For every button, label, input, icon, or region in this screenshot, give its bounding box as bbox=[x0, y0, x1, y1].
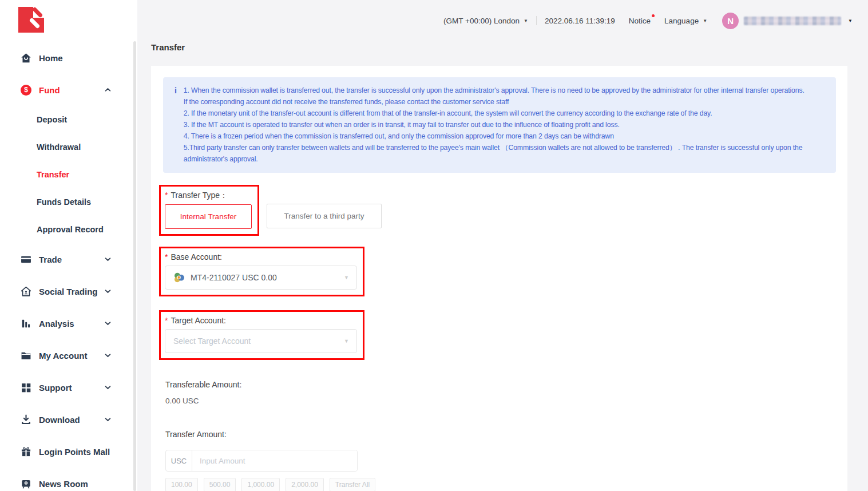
sidebar-item-download[interactable]: Download bbox=[0, 403, 137, 435]
transfer-amount-input-group: USC bbox=[165, 450, 358, 472]
sidebar-item-label: Download bbox=[39, 415, 80, 425]
sidebar-item-label: Transfer bbox=[37, 170, 69, 179]
topbar: (GMT +00:00) London ▼ 2022.06.16 11:39:1… bbox=[137, 0, 868, 41]
support-icon bbox=[21, 382, 31, 393]
download-icon bbox=[21, 414, 31, 425]
sidebar-item-label: My Account bbox=[39, 351, 87, 361]
brand-logo[interactable] bbox=[18, 7, 44, 33]
transfer-type-label: *Transfer Type： bbox=[165, 191, 252, 201]
transfer-all-button[interactable]: Transfer All bbox=[330, 478, 375, 491]
mt4-logo-icon bbox=[173, 272, 185, 283]
sidebar-item-label: Trade bbox=[39, 255, 62, 264]
info-notice-box: i 1. When the commission wallet is trans… bbox=[163, 77, 836, 173]
base-account-label: *Base Account: bbox=[165, 252, 357, 262]
caret-down-icon: ▼ bbox=[344, 338, 349, 344]
news-room-icon bbox=[21, 478, 31, 489]
sidebar-item-label: Approval Record bbox=[37, 225, 104, 234]
currency-prefix: USC bbox=[166, 450, 192, 471]
quick-amount-button[interactable]: 2,000.00 bbox=[286, 478, 324, 491]
transferable-amount-label: Transferable Amount: bbox=[165, 380, 847, 389]
user-menu[interactable]: N ▼ bbox=[722, 13, 853, 29]
annotation-highlight-base-account: *Base Account: MT4-2110027 USC 0.00 ▼ bbox=[159, 247, 364, 296]
social-trading-icon bbox=[21, 286, 31, 297]
third-party-transfer-button[interactable]: Transfer to a third party bbox=[267, 204, 382, 228]
sidebar-item-trade[interactable]: Trade bbox=[0, 243, 137, 275]
my-account-icon bbox=[21, 350, 31, 361]
topbar-divider bbox=[536, 16, 537, 25]
timezone-selector[interactable]: (GMT +00:00) London ▼ bbox=[443, 17, 528, 25]
chevron-down-icon bbox=[105, 417, 111, 422]
internal-transfer-button[interactable]: Internal Transfer bbox=[165, 204, 252, 229]
analysis-icon bbox=[21, 318, 31, 329]
sidebar-item-social-trading[interactable]: Social Trading bbox=[0, 275, 137, 307]
sidebar-scrollbar[interactable] bbox=[133, 41, 136, 491]
transferable-amount-value: 0.00 USC bbox=[165, 397, 847, 405]
required-marker: * bbox=[165, 316, 168, 325]
sidebar-item-fund[interactable]: $ Fund bbox=[0, 74, 137, 106]
notification-dot bbox=[652, 14, 655, 17]
sidebar-item-deposit[interactable]: Deposit bbox=[0, 106, 137, 133]
caret-down-icon: ▼ bbox=[344, 275, 349, 280]
transfer-card: i 1. When the commission wallet is trans… bbox=[151, 66, 847, 491]
sidebar-item-analysis[interactable]: Analysis bbox=[0, 307, 137, 339]
notice-line: 4. There is a frozen period when the com… bbox=[184, 130, 826, 142]
annotation-highlight-transfer-type: *Transfer Type： Internal Transfer bbox=[159, 185, 259, 236]
datetime-display: 2022.06.16 11:39:19 bbox=[545, 17, 615, 25]
base-account-value: MT4-2110027 USC 0.00 bbox=[191, 273, 277, 282]
target-account-select[interactable]: Select Target Account ▼ bbox=[165, 329, 357, 353]
sidebar-item-label: Support bbox=[39, 383, 72, 393]
amount-input[interactable] bbox=[192, 450, 357, 471]
target-account-placeholder: Select Target Account bbox=[173, 336, 251, 346]
sidebar-item-label: Funds Details bbox=[37, 197, 91, 207]
sidebar-item-my-account[interactable]: My Account bbox=[0, 339, 137, 371]
transfer-type-section: *Transfer Type： Internal Transfer Transf… bbox=[159, 185, 847, 235]
sidebar-item-label: Withdrawal bbox=[37, 142, 81, 152]
sidebar-item-label: Social Trading bbox=[39, 287, 98, 296]
sidebar-item-news-room[interactable]: News Room bbox=[0, 468, 137, 491]
chevron-down-icon bbox=[105, 321, 111, 326]
quick-amounts-row: 100.00 500.00 1,000.00 2,000.00 Transfer… bbox=[165, 478, 847, 491]
sidebar-item-label: Deposit bbox=[37, 115, 67, 124]
notice-button[interactable]: Notice bbox=[629, 17, 651, 25]
sidebar-item-funds-details[interactable]: Funds Details bbox=[0, 188, 137, 216]
chevron-up-icon bbox=[105, 88, 111, 92]
sidebar-item-home[interactable]: Home bbox=[0, 42, 137, 74]
quick-amount-button[interactable]: 500.00 bbox=[204, 478, 236, 491]
sidebar-item-support[interactable]: Support bbox=[0, 371, 137, 403]
notice-line: 3. If the MT account is operated to tran… bbox=[184, 119, 826, 130]
notice-line: 2. If the monetary unit of the transfer-… bbox=[184, 108, 826, 119]
trade-icon bbox=[21, 254, 31, 265]
sidebar: Home $ Fund Deposit Withdrawal Transfer … bbox=[0, 0, 137, 491]
chevron-down-icon bbox=[105, 385, 111, 390]
sidebar-item-label: Analysis bbox=[39, 319, 74, 328]
chevron-down-icon bbox=[105, 353, 111, 358]
language-selector[interactable]: Language ▼ bbox=[664, 17, 707, 25]
gift-icon bbox=[21, 446, 31, 457]
language-label: Language bbox=[664, 17, 699, 25]
timezone-label: (GMT +00:00) London bbox=[443, 17, 520, 25]
home-icon bbox=[21, 53, 31, 64]
info-icon: i bbox=[175, 85, 177, 165]
quick-amount-button[interactable]: 100.00 bbox=[165, 478, 198, 491]
chevron-down-icon bbox=[105, 257, 111, 262]
notice-line: 5.Third party transfer can only transfer… bbox=[184, 142, 826, 165]
required-marker: * bbox=[165, 191, 168, 200]
sidebar-item-label: Fund bbox=[39, 85, 60, 95]
notice-line: 1. When the commission wallet is transfe… bbox=[184, 85, 826, 96]
transfer-amount-label: Transfer Amount: bbox=[165, 430, 847, 439]
sidebar-item-label: Home bbox=[39, 53, 63, 63]
sidebar-item-label: Login Points Mall bbox=[39, 447, 110, 457]
target-account-label: *Target Account: bbox=[165, 316, 357, 325]
notice-line: If the corresponding account did not rec… bbox=[184, 96, 826, 108]
quick-amount-button[interactable]: 1,000.00 bbox=[241, 478, 280, 491]
base-account-select[interactable]: MT4-2110027 USC 0.00 ▼ bbox=[165, 266, 357, 290]
notice-label: Notice bbox=[629, 17, 651, 25]
sidebar-item-login-points-mall[interactable]: Login Points Mall bbox=[0, 435, 137, 468]
username-redacted bbox=[744, 17, 841, 25]
caret-down-icon: ▼ bbox=[524, 18, 528, 23]
sidebar-item-approval-record[interactable]: Approval Record bbox=[0, 216, 137, 243]
avatar: N bbox=[722, 13, 739, 29]
sidebar-item-withdrawal[interactable]: Withdrawal bbox=[0, 133, 137, 161]
sidebar-item-transfer[interactable]: Transfer bbox=[0, 161, 137, 188]
caret-down-icon: ▼ bbox=[703, 18, 707, 23]
